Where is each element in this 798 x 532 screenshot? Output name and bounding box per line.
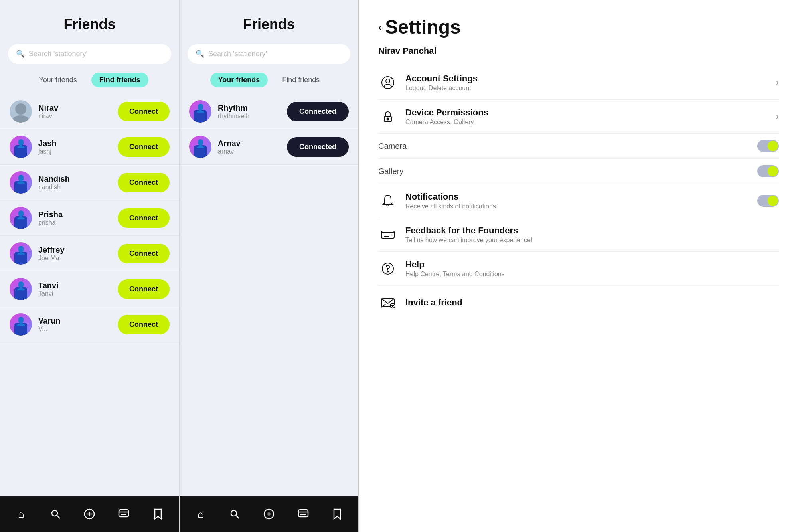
connected-btn-rhythm[interactable]: Connected (287, 102, 349, 121)
nav-chat-1[interactable] (114, 504, 134, 524)
connect-btn-tanvi[interactable]: Connect (118, 279, 170, 299)
tab-your-friends-1[interactable]: Your friends (31, 73, 85, 87)
panel-2-header: Friends (180, 0, 358, 39)
search-bar-2[interactable]: 🔍 Search 'stationery' (188, 44, 350, 64)
settings-item-invite[interactable]: Invite a friend (378, 286, 779, 319)
settings-item-account[interactable]: Account Settings Logout, Delete account … (378, 66, 779, 100)
settings-feedback-title: Feedback for the Founders (405, 225, 779, 236)
friend-info-prisha: Prisha prisha (38, 210, 111, 226)
notifications-toggle[interactable] (757, 195, 779, 207)
connect-btn-nandish[interactable]: Connect (118, 173, 170, 192)
settings-feedback-content: Feedback for the Founders Tell us how we… (405, 225, 779, 244)
search-placeholder-2: Search 'stationery' (208, 50, 267, 58)
search-bar-1[interactable]: 🔍 Search 'stationery' (8, 44, 171, 64)
svg-line-11 (236, 516, 239, 519)
nav-home-2[interactable]: ⌂ (191, 504, 211, 524)
connect-btn-jeffrey[interactable]: Connect (118, 244, 170, 263)
friend-username-jash: jashj (38, 148, 111, 155)
tab-your-friends-2[interactable]: Your friends (210, 73, 268, 87)
search-placeholder-1: Search 'stationery' (29, 50, 87, 58)
friend-username-arnav: arnav (218, 148, 280, 155)
nav-search-1[interactable] (45, 504, 65, 524)
tab-find-friends-2[interactable]: Find friends (274, 73, 328, 87)
avatar-nirav (10, 100, 32, 123)
friend-item-prisha: Prisha prisha Connect (0, 200, 179, 236)
panel-2: Friends 🔍 Search 'stationery' Your frien… (180, 0, 359, 532)
nav-bookmark-2[interactable] (327, 504, 347, 524)
connect-btn-jash[interactable]: Connect (118, 137, 170, 157)
friend-name-arnav: Arnav (218, 139, 280, 148)
friend-name-varun: Varun (38, 316, 111, 326)
svg-rect-15 (298, 510, 308, 517)
friend-item-arnav: Arnav arnav Connected (180, 129, 358, 165)
settings-help-title: Help (405, 259, 779, 270)
tabs-row-2: Your friends Find friends (180, 69, 358, 94)
settings-help-sub: Help Centre, Terms and Conditions (405, 271, 779, 278)
connect-btn-nirav[interactable]: Connect (118, 102, 170, 121)
friend-item-rhythm: Rhythm rhythmseth Connected (180, 94, 358, 129)
connect-btn-prisha[interactable]: Connect (118, 208, 170, 228)
nav-chat-2[interactable] (293, 504, 313, 524)
nav-home-1[interactable]: ⌂ (11, 504, 31, 524)
settings-toggle-camera: Camera (378, 134, 779, 159)
friend-name-jash: Jash (38, 139, 111, 148)
nav-add-2[interactable] (259, 504, 279, 524)
camera-toggle-label: Camera (378, 142, 407, 151)
account-chevron-icon: › (776, 77, 779, 88)
friend-item-nirav: Nirav nirav Connect (0, 94, 179, 129)
avatar-varun (10, 313, 32, 336)
connect-btn-varun[interactable]: Connect (118, 315, 170, 334)
friend-info-nandish: Nandish nandish (38, 174, 111, 191)
panel-1-header: Friends (0, 0, 179, 39)
svg-point-27 (387, 271, 389, 272)
settings-notif-sub: Receive all kinds of notifications (405, 203, 749, 210)
nav-add-1[interactable] (79, 504, 99, 524)
friend-info-jeffrey: Jeffrey Joe Ma (38, 245, 111, 262)
friend-username-nirav: nirav (38, 113, 111, 120)
svg-point-19 (386, 79, 390, 83)
friend-info-nirav: Nirav nirav (38, 103, 111, 120)
panel-1: Friends 🔍 Search 'stationery' Your frien… (0, 0, 180, 532)
settings-device-title: Device Permissions (405, 107, 768, 118)
gallery-toggle-knob (768, 166, 778, 176)
settings-item-help[interactable]: Help Help Centre, Terms and Conditions (378, 252, 779, 286)
connected-btn-arnav[interactable]: Connected (287, 137, 349, 157)
friend-username-tanvi: Tanvi (38, 290, 111, 297)
settings-item-device[interactable]: Device Permissions Camera Access, Galler… (378, 100, 779, 134)
friend-name-nirav: Nirav (38, 103, 111, 113)
settings-device-content: Device Permissions Camera Access, Galler… (405, 107, 768, 126)
settings-invite-content: Invite a friend (405, 297, 779, 308)
avatar-nandish (10, 171, 32, 194)
settings-item-notifications[interactable]: Notifications Receive all kinds of notif… (378, 184, 779, 218)
device-chevron-icon: › (776, 111, 779, 122)
settings-account-title: Account Settings (405, 73, 768, 84)
settings-notif-content: Notifications Receive all kinds of notif… (405, 192, 749, 210)
settings-item-feedback[interactable]: Feedback for the Founders Tell us how we… (378, 218, 779, 252)
settings-panel: ‹ Settings Nirav Panchal Account Setting… (359, 0, 798, 532)
svg-rect-7 (119, 510, 128, 517)
camera-toggle[interactable] (757, 140, 779, 152)
tabs-row-1: Your friends Find friends (0, 69, 179, 94)
avatar-arnav (189, 136, 211, 158)
avatar-rhythm (189, 100, 211, 123)
friend-name-rhythm: Rhythm (218, 103, 280, 113)
gallery-toggle[interactable] (757, 165, 779, 177)
friend-item-varun: Varun V... Connect (0, 307, 179, 342)
friend-info-jash: Jash jashj (38, 139, 111, 155)
nav-bookmark-1[interactable] (148, 504, 168, 524)
lock-icon (378, 107, 397, 126)
settings-help-content: Help Help Centre, Terms and Conditions (405, 259, 779, 278)
friend-item-jeffrey: Jeffrey Joe Ma Connect (0, 236, 179, 271)
friend-username-nandish: nandish (38, 184, 111, 191)
gallery-toggle-label: Gallery (378, 167, 403, 176)
friend-name-jeffrey: Jeffrey (38, 245, 111, 255)
bottom-nav-2: ⌂ (180, 496, 358, 532)
panel-1-title: Friends (10, 16, 170, 33)
svg-line-3 (57, 516, 60, 519)
tab-find-friends-1[interactable]: Find friends (91, 73, 148, 87)
friend-item-jash: Jash jashj Connect (0, 129, 179, 165)
settings-title: Settings (385, 16, 460, 38)
nav-search-2[interactable] (225, 504, 245, 524)
settings-back-row: ‹ Settings (378, 16, 779, 38)
back-button[interactable]: ‹ (378, 21, 382, 34)
